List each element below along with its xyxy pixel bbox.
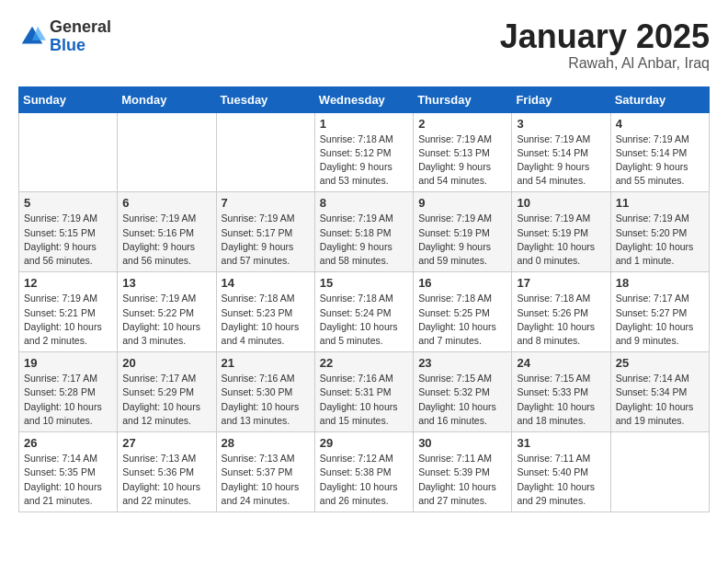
day-number: 11 [616,196,704,210]
day-number: 21 [222,356,310,370]
day-number: 10 [517,196,605,210]
calendar-cell: 3Sunrise: 7:19 AM Sunset: 5:14 PM Daylig… [512,112,610,192]
calendar-cell: 18Sunrise: 7:17 AM Sunset: 5:27 PM Dayli… [610,272,709,352]
calendar-cell: 31Sunrise: 7:11 AM Sunset: 5:40 PM Dayli… [512,432,610,512]
calendar-week-5: 26Sunrise: 7:14 AM Sunset: 5:35 PM Dayli… [19,432,710,512]
day-number: 12 [24,276,112,290]
calendar-cell: 2Sunrise: 7:19 AM Sunset: 5:13 PM Daylig… [414,112,512,192]
day-detail: Sunrise: 7:17 AM Sunset: 5:29 PM Dayligh… [122,372,210,428]
calendar-table: SundayMondayTuesdayWednesdayThursdayFrid… [18,86,710,512]
page-header: General Blue January 2025 Rawah, Al Anba… [18,18,710,72]
day-number: 27 [122,436,210,450]
day-detail: Sunrise: 7:16 AM Sunset: 5:30 PM Dayligh… [222,372,310,428]
day-detail: Sunrise: 7:16 AM Sunset: 5:31 PM Dayligh… [320,372,408,428]
day-detail: Sunrise: 7:19 AM Sunset: 5:15 PM Dayligh… [24,212,112,268]
day-detail: Sunrise: 7:19 AM Sunset: 5:14 PM Dayligh… [616,132,704,189]
day-number: 16 [418,276,506,290]
day-detail: Sunrise: 7:18 AM Sunset: 5:23 PM Dayligh… [222,292,310,348]
calendar-cell [216,112,314,192]
calendar-cell [118,112,216,192]
header-saturday: Saturday [610,86,709,112]
calendar-cell: 27Sunrise: 7:13 AM Sunset: 5:36 PM Dayli… [118,432,216,512]
header-friday: Friday [512,86,610,112]
header-sunday: Sunday [19,86,118,112]
calendar-cell: 4Sunrise: 7:19 AM Sunset: 5:14 PM Daylig… [610,112,709,192]
calendar-cell: 1Sunrise: 7:18 AM Sunset: 5:12 PM Daylig… [314,112,413,192]
day-detail: Sunrise: 7:14 AM Sunset: 5:34 PM Dayligh… [616,372,704,428]
day-number: 24 [517,356,605,370]
calendar-week-1: 1Sunrise: 7:18 AM Sunset: 5:12 PM Daylig… [19,112,710,192]
day-detail: Sunrise: 7:18 AM Sunset: 5:26 PM Dayligh… [517,292,605,348]
day-detail: Sunrise: 7:13 AM Sunset: 5:37 PM Dayligh… [222,452,310,508]
logo: General Blue [18,18,111,55]
day-detail: Sunrise: 7:19 AM Sunset: 5:14 PM Dayligh… [517,132,605,189]
calendar-cell: 9Sunrise: 7:19 AM Sunset: 5:19 PM Daylig… [414,192,512,272]
day-number: 1 [320,117,408,131]
header-monday: Monday [118,86,216,112]
calendar-cell [610,432,709,512]
day-detail: Sunrise: 7:14 AM Sunset: 5:35 PM Dayligh… [24,452,112,508]
day-detail: Sunrise: 7:11 AM Sunset: 5:39 PM Dayligh… [418,452,506,508]
day-detail: Sunrise: 7:19 AM Sunset: 5:22 PM Dayligh… [122,292,210,348]
day-detail: Sunrise: 7:19 AM Sunset: 5:19 PM Dayligh… [517,212,605,268]
day-number: 29 [320,436,408,450]
day-detail: Sunrise: 7:18 AM Sunset: 5:25 PM Dayligh… [418,292,506,348]
day-detail: Sunrise: 7:19 AM Sunset: 5:21 PM Dayligh… [24,292,112,348]
calendar-header-row: SundayMondayTuesdayWednesdayThursdayFrid… [19,86,710,112]
day-number: 28 [222,436,310,450]
header-thursday: Thursday [414,86,512,112]
day-detail: Sunrise: 7:15 AM Sunset: 5:32 PM Dayligh… [418,372,506,428]
calendar-cell: 23Sunrise: 7:15 AM Sunset: 5:32 PM Dayli… [414,352,512,432]
day-number: 31 [517,436,605,450]
day-number: 4 [616,117,704,131]
calendar-cell: 28Sunrise: 7:13 AM Sunset: 5:37 PM Dayli… [216,432,314,512]
day-number: 6 [122,196,210,210]
title-block: January 2025 Rawah, Al Anbar, Iraq [500,18,710,72]
day-number: 20 [122,356,210,370]
calendar-cell: 30Sunrise: 7:11 AM Sunset: 5:39 PM Dayli… [414,432,512,512]
day-number: 5 [24,196,112,210]
day-number: 7 [222,196,310,210]
calendar-cell: 12Sunrise: 7:19 AM Sunset: 5:21 PM Dayli… [19,272,118,352]
calendar-cell: 7Sunrise: 7:19 AM Sunset: 5:17 PM Daylig… [216,192,314,272]
calendar-cell: 13Sunrise: 7:19 AM Sunset: 5:22 PM Dayli… [118,272,216,352]
calendar-title: January 2025 [500,18,710,55]
day-number: 9 [418,196,506,210]
calendar-cell: 21Sunrise: 7:16 AM Sunset: 5:30 PM Dayli… [216,352,314,432]
calendar-cell: 29Sunrise: 7:12 AM Sunset: 5:38 PM Dayli… [314,432,413,512]
day-detail: Sunrise: 7:15 AM Sunset: 5:33 PM Dayligh… [517,372,605,428]
day-number: 19 [24,356,112,370]
day-detail: Sunrise: 7:11 AM Sunset: 5:40 PM Dayligh… [517,452,605,508]
calendar-cell: 5Sunrise: 7:19 AM Sunset: 5:15 PM Daylig… [19,192,118,272]
calendar-cell: 25Sunrise: 7:14 AM Sunset: 5:34 PM Dayli… [610,352,709,432]
day-detail: Sunrise: 7:19 AM Sunset: 5:20 PM Dayligh… [616,212,704,268]
calendar-cell: 20Sunrise: 7:17 AM Sunset: 5:29 PM Dayli… [118,352,216,432]
day-detail: Sunrise: 7:18 AM Sunset: 5:24 PM Dayligh… [320,292,408,348]
day-detail: Sunrise: 7:19 AM Sunset: 5:13 PM Dayligh… [418,132,506,189]
calendar-cell: 11Sunrise: 7:19 AM Sunset: 5:20 PM Dayli… [610,192,709,272]
day-number: 25 [616,356,704,370]
calendar-cell: 8Sunrise: 7:19 AM Sunset: 5:18 PM Daylig… [314,192,413,272]
day-number: 8 [320,196,408,210]
logo-blue: Blue [50,37,111,55]
day-number: 30 [418,436,506,450]
day-detail: Sunrise: 7:17 AM Sunset: 5:27 PM Dayligh… [616,292,704,348]
day-detail: Sunrise: 7:12 AM Sunset: 5:38 PM Dayligh… [320,452,408,508]
calendar-cell: 15Sunrise: 7:18 AM Sunset: 5:24 PM Dayli… [314,272,413,352]
calendar-cell: 26Sunrise: 7:14 AM Sunset: 5:35 PM Dayli… [19,432,118,512]
day-number: 23 [418,356,506,370]
calendar-week-2: 5Sunrise: 7:19 AM Sunset: 5:15 PM Daylig… [19,192,710,272]
logo-icon [18,23,46,51]
header-tuesday: Tuesday [216,86,314,112]
header-wednesday: Wednesday [314,86,413,112]
day-detail: Sunrise: 7:19 AM Sunset: 5:17 PM Dayligh… [222,212,310,268]
calendar-week-4: 19Sunrise: 7:17 AM Sunset: 5:28 PM Dayli… [19,352,710,432]
calendar-cell: 14Sunrise: 7:18 AM Sunset: 5:23 PM Dayli… [216,272,314,352]
calendar-cell: 19Sunrise: 7:17 AM Sunset: 5:28 PM Dayli… [19,352,118,432]
day-number: 22 [320,356,408,370]
calendar-week-3: 12Sunrise: 7:19 AM Sunset: 5:21 PM Dayli… [19,272,710,352]
day-detail: Sunrise: 7:19 AM Sunset: 5:16 PM Dayligh… [122,212,210,268]
day-number: 2 [418,117,506,131]
day-detail: Sunrise: 7:18 AM Sunset: 5:12 PM Dayligh… [320,132,408,189]
calendar-cell: 10Sunrise: 7:19 AM Sunset: 5:19 PM Dayli… [512,192,610,272]
